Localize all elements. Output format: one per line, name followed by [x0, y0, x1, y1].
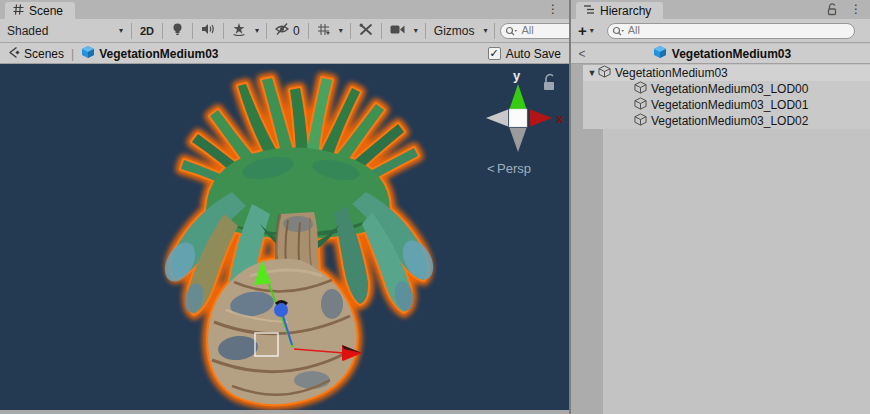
tree-row-lod1[interactable]: VegetationMedium03_LOD01 [583, 97, 870, 113]
breadcrumb-divider: | [68, 47, 77, 61]
scene-tabbar: Scene ⋮ [0, 0, 569, 19]
toolbar-separator [308, 23, 309, 39]
scene-camera-button[interactable] [385, 21, 410, 41]
2d-label: 2D [140, 25, 154, 37]
scene-audio-button[interactable] [196, 21, 220, 41]
scene-viewport[interactable]: y x < Persp [0, 64, 569, 410]
camera-icon [390, 24, 405, 38]
scene-toolbar: Shaded ▾ 2D [0, 19, 569, 43]
scenes-label: Scenes [24, 47, 64, 61]
breadcrumb-scenes[interactable]: Scenes [0, 46, 68, 62]
lightbulb-icon [171, 22, 184, 39]
hierarchy-tab-label: Hierarchy [600, 4, 651, 18]
scene-visibility-button[interactable]: 0 [270, 21, 305, 41]
view-lock[interactable] [544, 75, 554, 90]
tree-row-lod2[interactable]: VegetationMedium03_LOD02 [583, 113, 870, 129]
camera-dropdown[interactable]: ▾ [410, 21, 422, 41]
scene-menu-kebab-icon[interactable]: ⋮ [547, 2, 559, 17]
toggle-2d-button[interactable]: 2D [135, 21, 159, 41]
toolbar-separator [131, 23, 132, 39]
chevron-down-icon: ▾ [590, 26, 594, 35]
hierarchy-search-input[interactable] [607, 23, 855, 39]
gizmos-dropdown-arrow[interactable]: ▾ [479, 21, 491, 41]
hierarchy-panel: Hierarchy ⋮ + ▾ < [571, 0, 870, 414]
tree-row-label: VegetationMedium03_LOD02 [647, 114, 808, 128]
chevron-down-icon: ▾ [119, 26, 123, 35]
chevron-down-icon: ▾ [483, 26, 487, 35]
axis-x-cone[interactable] [530, 110, 552, 127]
unlock-icon[interactable] [826, 3, 838, 19]
tree-row-root[interactable]: ▼ VegetationMedium03 [583, 65, 870, 81]
component-tools-button[interactable] [354, 21, 378, 41]
tab-hierarchy[interactable]: Hierarchy [576, 2, 663, 19]
auto-save-control[interactable]: ✓ Auto Save [488, 47, 569, 61]
grid-dropdown[interactable]: ▾ [335, 21, 347, 41]
eye-off-icon [275, 23, 290, 38]
breadcrumb-prefab[interactable]: VegetationMedium03 [77, 45, 222, 62]
prefab-header[interactable]: VegetationMedium03 [590, 45, 854, 62]
effects-star-icon [232, 23, 246, 39]
speaker-icon [201, 23, 215, 38]
gameobject-cube-icon [634, 97, 647, 113]
chevron-down-icon: ▾ [339, 26, 343, 35]
create-object-button[interactable]: + ▾ [571, 21, 599, 41]
axis-center-cube[interactable] [509, 109, 527, 127]
toolbar-separator [494, 23, 495, 39]
persp-label[interactable]: Persp [497, 161, 531, 176]
breadcrumb-current-label: VegetationMedium03 [99, 47, 218, 61]
scene-effects-button[interactable] [227, 21, 251, 41]
vegetation-model[interactable] [159, 78, 440, 404]
toolbar-separator [266, 23, 267, 39]
gizmos-label: Gizmos [434, 24, 475, 38]
scene-breadcrumb-bar: Scenes | VegetationMedium03 ✓ Auto Save [0, 44, 569, 64]
lock-body-icon [544, 82, 554, 90]
scene-bottom-edge [0, 410, 569, 414]
tree-row-label: VegetationMedium03 [611, 66, 728, 80]
search-icon [505, 26, 517, 40]
lock-shackle-icon [546, 75, 553, 82]
gizmo-z-handle[interactable] [274, 303, 288, 317]
effects-dropdown[interactable]: ▾ [251, 21, 263, 41]
auto-save-checkbox[interactable]: ✓ [488, 47, 501, 60]
axis-y-cone[interactable] [510, 84, 527, 109]
scene-render: y x < Persp [0, 64, 569, 410]
search-icon [612, 26, 624, 40]
back-arrow-icon [7, 46, 20, 62]
tree-row-lod0[interactable]: VegetationMedium03_LOD00 [583, 81, 870, 97]
axis-down-cone[interactable] [510, 128, 527, 152]
persp-chevron-icon: < [487, 161, 495, 176]
draw-mode-dropdown[interactable]: Shaded ▾ [0, 21, 128, 41]
hierarchy-tabbar: Hierarchy ⋮ [571, 0, 870, 19]
scene-tab-label: Scene [29, 4, 63, 18]
tools-icon [359, 23, 373, 39]
exit-prefab-back-button[interactable]: < [574, 47, 590, 61]
unity-editor-window: Scene ⋮ Shaded ▾ 2D [0, 0, 870, 414]
toolbar-separator [223, 23, 224, 39]
plus-icon: + [578, 24, 587, 38]
toolbar-separator [425, 23, 426, 39]
draw-mode-label: Shaded [7, 24, 48, 38]
grid-snap-button[interactable] [312, 21, 335, 41]
foldout-expanded-icon[interactable]: ▼ [586, 68, 598, 78]
hierarchy-search [607, 23, 855, 39]
prefab-cube-icon [81, 45, 95, 62]
prefab-cube-icon [653, 45, 667, 62]
tab-scene[interactable]: Scene [5, 2, 75, 19]
hierarchy-menu-kebab-icon[interactable]: ⋮ [850, 2, 862, 17]
axis-y-label: y [513, 68, 521, 83]
hierarchy-breadcrumb-bar: < VegetationMedium03 [571, 44, 870, 64]
scene-lighting-button[interactable] [166, 21, 189, 41]
hierarchy-content[interactable]: ▼ VegetationMedium03 VegetationMedium03_… [571, 64, 870, 414]
gameobject-cube-icon [634, 81, 647, 97]
chevron-down-icon: ▾ [414, 26, 418, 35]
gameobject-cube-icon [598, 65, 611, 81]
orientation-gizmo[interactable]: y x [486, 68, 564, 152]
axis-back-cone[interactable] [486, 110, 508, 127]
auto-save-label: Auto Save [506, 47, 561, 61]
gizmos-dropdown[interactable]: Gizmos [429, 21, 480, 41]
gameobject-cube-icon [634, 113, 647, 129]
scene-panel: Scene ⋮ Shaded ▾ 2D [0, 0, 569, 414]
toolbar-separator [162, 23, 163, 39]
toolbar-separator [350, 23, 351, 39]
toolbar-separator [381, 23, 382, 39]
